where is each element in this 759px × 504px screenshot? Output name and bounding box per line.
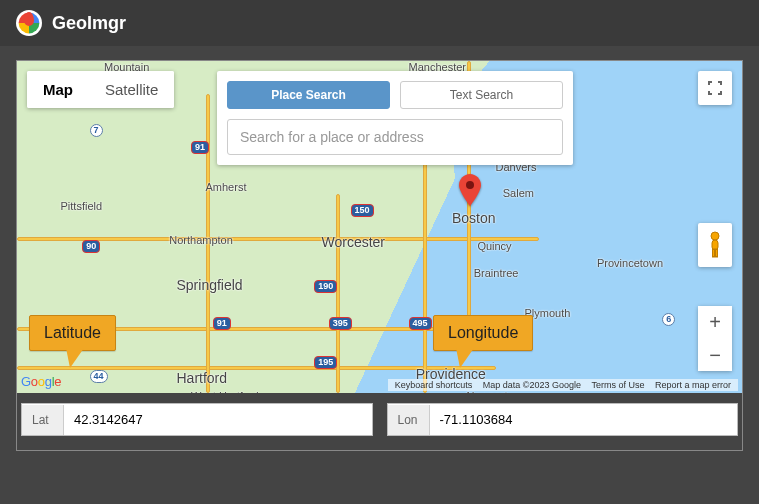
header-separator: [0, 46, 759, 60]
route-shield: 190: [314, 280, 337, 293]
city-label: Provincetown: [597, 257, 663, 269]
longitude-field: Lon: [387, 403, 739, 436]
search-panel: Place Search Text Search: [217, 71, 573, 165]
fullscreen-icon: [707, 80, 723, 96]
coordinate-inputs: Lat Lon: [17, 393, 742, 450]
route-shield: 395: [329, 317, 352, 330]
zoom-control: + −: [698, 306, 732, 371]
map-type-satellite-button[interactable]: Satellite: [89, 71, 174, 108]
city-label: Springfield: [177, 277, 243, 293]
map[interactable]: MountainManchesterPittsfieldAmherstLowel…: [17, 61, 742, 393]
report-error-link[interactable]: Report a map error: [655, 380, 731, 390]
route-shield: 150: [351, 204, 374, 217]
map-card: MountainManchesterPittsfieldAmherstLowel…: [16, 60, 743, 451]
route-shield: 495: [409, 317, 432, 330]
city-label: Quincy: [477, 240, 511, 252]
tab-text-search[interactable]: Text Search: [400, 81, 563, 109]
latitude-callout: Latitude: [29, 315, 116, 351]
route-shield: 7: [90, 124, 103, 137]
brand-name: GeoImgr: [52, 13, 126, 34]
latitude-field: Lat: [21, 403, 373, 436]
route-shield: 91: [191, 141, 209, 154]
google-logo: Google: [21, 374, 61, 389]
longitude-label: Lon: [388, 405, 430, 435]
keyboard-shortcuts-link[interactable]: Keyboard shortcuts: [395, 380, 473, 390]
road: [423, 161, 427, 393]
svg-rect-3: [713, 249, 715, 257]
city-label: Hartford: [177, 370, 228, 386]
app-header: GeoImgr: [0, 0, 759, 46]
callout-tail: [66, 348, 84, 368]
terms-link[interactable]: Terms of Use: [591, 380, 644, 390]
latitude-callout-label: Latitude: [44, 324, 101, 341]
route-shield: 195: [314, 356, 337, 369]
city-label: Boston: [452, 210, 496, 226]
longitude-input[interactable]: [430, 404, 738, 435]
latitude-label: Lat: [22, 405, 64, 435]
city-label: Pittsfield: [61, 200, 103, 212]
streetview-pegman-button[interactable]: [698, 223, 732, 267]
route-shield: 90: [82, 240, 100, 253]
city-label: Salem: [503, 187, 534, 199]
map-marker[interactable]: [459, 174, 481, 210]
city-label: Northampton: [169, 234, 233, 246]
search-input[interactable]: [227, 119, 563, 155]
svg-point-1: [711, 232, 719, 240]
geoimgr-logo: [16, 10, 42, 36]
search-tabs: Place Search Text Search: [227, 81, 563, 109]
city-label: Amherst: [206, 181, 247, 193]
route-shield: 91: [213, 317, 231, 330]
longitude-callout: Longitude: [433, 315, 533, 351]
pegman-icon: [706, 231, 724, 259]
map-attribution: Keyboard shortcuts Map data ©2023 Google…: [388, 379, 738, 391]
zoom-out-button[interactable]: −: [698, 339, 732, 371]
svg-rect-4: [716, 249, 718, 257]
zoom-in-button[interactable]: +: [698, 306, 732, 338]
longitude-callout-label: Longitude: [448, 324, 518, 341]
map-data-text: Map data ©2023 Google: [483, 380, 581, 390]
route-shield: 44: [90, 370, 108, 383]
fullscreen-button[interactable]: [698, 71, 732, 105]
city-label: West Hartford: [191, 390, 259, 393]
map-type-map-button[interactable]: Map: [27, 71, 89, 108]
callout-tail: [456, 348, 474, 368]
city-label: Braintree: [474, 267, 519, 279]
main-stage: MountainManchesterPittsfieldAmherstLowel…: [0, 60, 759, 451]
map-type-toggle: Map Satellite: [27, 71, 174, 108]
tab-place-search[interactable]: Place Search: [227, 81, 390, 109]
latitude-input[interactable]: [64, 404, 372, 435]
svg-point-0: [466, 181, 474, 189]
city-label: Worcester: [322, 234, 386, 250]
